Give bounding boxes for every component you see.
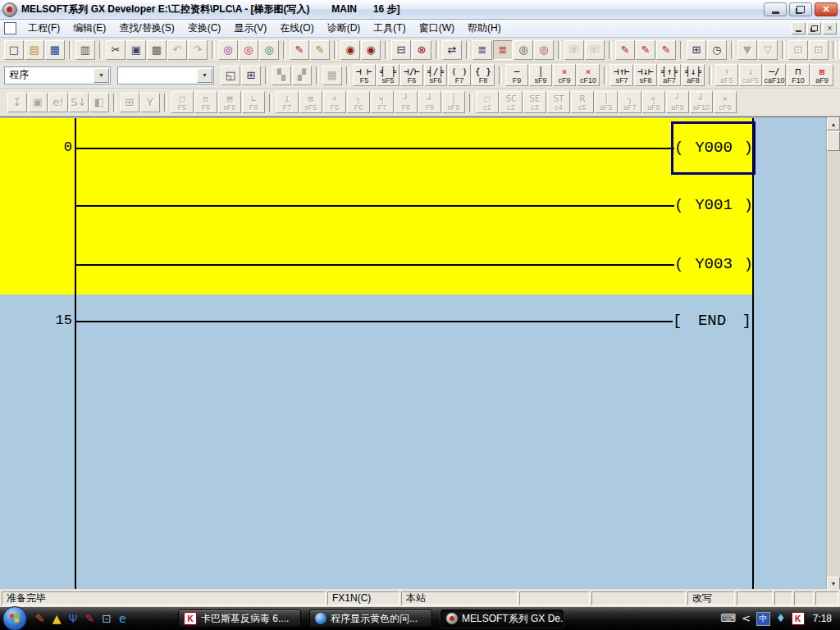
taskbar-task-2[interactable]: MELSOFT系列 GX De... [441, 609, 564, 628]
scrollbar-thumb[interactable] [827, 131, 840, 151]
menu-item-6[interactable]: 诊断(D) [321, 20, 368, 37]
sfc-line-a5-button: │aF5 [595, 91, 618, 113]
window-title: MELSOFT系列 GX Developer E:\工控资料\PLC\A - [… [21, 2, 764, 16]
device-search-combo[interactable]: ▼ [117, 66, 214, 84]
new-button[interactable]: □ [4, 40, 24, 60]
status-edit-mode: 改写 [687, 591, 735, 605]
chevron-down-icon[interactable]: ▼ [94, 68, 109, 83]
coil-y003[interactable]: (Y003) [674, 255, 753, 273]
quicklaunch-trident-icon[interactable]: Ψ [69, 612, 78, 625]
keyboard-icon[interactable]: ⌨ [720, 613, 736, 624]
rising-pulse-button[interactable]: ⊣↑⊢sF7 [610, 64, 633, 86]
menu-item-3[interactable]: 变换(C) [181, 20, 228, 37]
horizontal-line-button[interactable]: ─F9 [505, 64, 528, 86]
device-comment-button[interactable]: ✎ [310, 40, 330, 60]
start-button[interactable] [2, 606, 27, 630]
quicklaunch-search-icon[interactable]: ✎ [85, 612, 95, 625]
project-tree-button[interactable]: ≣ [472, 40, 492, 60]
scroll-up-button[interactable]: ▲ [827, 117, 840, 130]
transfer-setup-button[interactable]: ⇄ [442, 40, 462, 60]
open-contact-button[interactable]: ⊣ ⊢F5 [353, 64, 376, 86]
vertical-line-button[interactable]: │sF9 [529, 64, 552, 86]
program-mode-combo[interactable]: 程序 ▼ [4, 66, 111, 84]
mdi-restore-button[interactable] [807, 22, 821, 34]
coil-y001[interactable]: (Y001) [674, 196, 753, 214]
falling-pulse-branch-button[interactable]: ╡↓╞aF8 [682, 64, 705, 86]
find-instruction-button[interactable]: ◎ [239, 40, 258, 60]
menu-item-8[interactable]: 窗口(W) [413, 20, 461, 37]
quicklaunch-warning-icon[interactable]: ▲ [52, 612, 62, 625]
menu-item-1[interactable]: 编辑(E) [66, 20, 112, 37]
invert-up-button: ↑aF5 [715, 64, 738, 86]
end-instruction[interactable]: [END] [673, 312, 751, 330]
sfc-simultaneous-convergence-button: ╛F9 [418, 91, 441, 113]
open-branch-button[interactable]: ╡ ╞sF5 [377, 64, 399, 86]
project-data-list-button[interactable]: ⊞ [241, 66, 261, 85]
coil-button[interactable]: ( )F7 [448, 64, 471, 86]
menu-item-4[interactable]: 显示(V) [227, 20, 273, 37]
menu-item-7[interactable]: 工具(T) [367, 20, 412, 37]
status-cell [815, 591, 838, 605]
macro-button: ▚ [272, 66, 291, 85]
task-label: MELSOFT系列 GX De... [462, 612, 564, 626]
chevron-down-icon[interactable]: ▼ [197, 68, 212, 83]
taskbar-task-1[interactable]: 程序显示黄色的问... [309, 609, 432, 628]
delete-block-button[interactable]: ⊠aF9 [810, 64, 833, 86]
restore-button[interactable] [789, 2, 812, 16]
quicklaunch-browser-icon[interactable]: e [119, 612, 126, 625]
messenger-icon[interactable]: ♦ [776, 613, 786, 624]
circuit-write-button[interactable]: ◉ [361, 40, 381, 60]
device-test-button[interactable]: ✎ [290, 40, 309, 60]
find-window-button[interactable]: ◎ [514, 40, 533, 60]
circuit-read-button[interactable]: ◉ [340, 40, 360, 60]
toolbar-sfc: ↧▣e!S↓◧⊞Y □F5⊟F6▤sF6↳F8⊥F7⊠sF5+F5┐F6╕F7┘… [0, 89, 840, 116]
delete-horizontal-line-button[interactable]: ×cF9 [553, 64, 576, 86]
menu-item-9[interactable]: 帮助(H) [461, 20, 508, 37]
find-string-button[interactable]: ◎ [259, 40, 279, 60]
monitor-stop-button[interactable]: ⊗ [412, 40, 431, 60]
ladder-edit-mode-button[interactable]: ≣ [493, 40, 513, 60]
document-icon[interactable] [4, 22, 16, 34]
print-button[interactable]: ▥ [75, 40, 95, 60]
save-button[interactable]: ▦ [45, 40, 65, 60]
cut-button[interactable]: ✂ [106, 40, 126, 60]
ladder-editor[interactable]: (Y000) (Y001) (Y003) [END] 0 15 ▲ ▼ [0, 116, 840, 589]
vertical-scrollbar[interactable]: ▲ ▼ [826, 117, 840, 590]
read-from-plc-button[interactable]: ✎ [636, 40, 655, 60]
replace-window-button[interactable]: ◎ [534, 40, 554, 60]
quicklaunch-tool-icon[interactable]: ✎ [35, 612, 45, 625]
minimize-button[interactable] [764, 2, 787, 16]
mdi-close-button[interactable]: × [823, 22, 837, 34]
rising-pulse-branch-button[interactable]: ╡↑╞aF7 [658, 64, 681, 86]
delete-vertical-line-button[interactable]: ×cF10 [577, 64, 600, 86]
close-button[interactable]: ✕ [815, 2, 838, 16]
closed-contact-button[interactable]: ⊣/⊢F6 [400, 64, 423, 86]
write-to-plc-button[interactable]: ✎ [615, 40, 635, 60]
scroll-down-button[interactable]: ▼ [827, 577, 840, 590]
quicklaunch-display-icon[interactable]: ⊡ [102, 612, 112, 625]
status-cell [794, 591, 814, 605]
tray-collapse-chevron[interactable]: < [742, 613, 751, 624]
find-device-button[interactable]: ◎ [218, 40, 238, 60]
comment-search-button[interactable]: ◱ [221, 66, 240, 85]
taskbar-task-0[interactable]: K卡巴斯基反病毒 6.... [178, 609, 301, 628]
window-split-button[interactable]: ⊟ [391, 40, 411, 60]
verify-with-plc-button[interactable]: ✎ [656, 40, 676, 60]
invert-result-button[interactable]: ─/caF10 [763, 64, 786, 86]
copy-button[interactable]: ▣ [126, 40, 146, 60]
kaspersky-tray-icon[interactable]: K [792, 612, 805, 625]
status-bar: 准备完毕 FX1N(C) 本站 改写 [0, 589, 840, 607]
menu-item-2[interactable]: 查找/替换(S) [112, 20, 180, 37]
application-instruction-button[interactable]: { }F8 [472, 64, 495, 86]
closed-branch-button[interactable]: ╡/╞sF6 [424, 64, 447, 86]
falling-pulse-button[interactable]: ⊣↓⊢sF8 [634, 64, 657, 86]
insert-block-button[interactable]: ⊞ [687, 40, 706, 60]
ime-icon[interactable]: 中 [756, 612, 770, 626]
mdi-minimize-button[interactable] [792, 22, 806, 34]
menu-item-5[interactable]: 在线(O) [273, 20, 320, 37]
menu-item-0[interactable]: 工程(F) [21, 20, 66, 37]
paste-button[interactable]: ▩ [147, 40, 167, 60]
clock-setup-button[interactable]: ◷ [707, 40, 727, 60]
convert-block-button[interactable]: ⊓F10 [787, 64, 810, 86]
open-button[interactable]: ▤ [25, 40, 44, 60]
